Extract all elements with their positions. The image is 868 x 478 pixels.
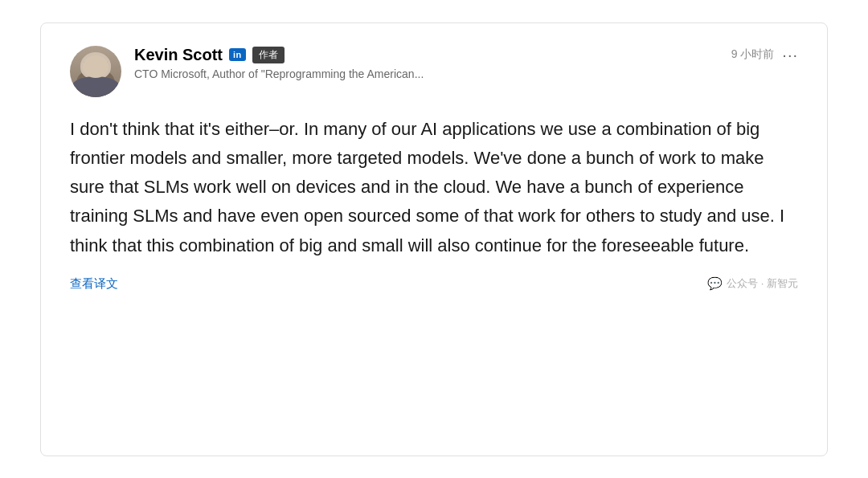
linkedin-badge: in <box>229 48 246 61</box>
header-right: 9 小时前 ··· <box>731 46 798 64</box>
wechat-icon: 💬 <box>707 276 723 291</box>
translate-link[interactable]: 查看译文 <box>70 276 118 292</box>
user-section: Kevin Scott in 作者 CTO Microsoft, Author … <box>70 46 424 97</box>
wechat-watermark: 💬 公众号 · 新智元 <box>707 276 798 291</box>
post-card: Kevin Scott in 作者 CTO Microsoft, Author … <box>40 22 828 456</box>
post-header: Kevin Scott in 作者 CTO Microsoft, Author … <box>70 46 798 97</box>
user-info: Kevin Scott in 作者 CTO Microsoft, Author … <box>134 46 424 80</box>
avatar[interactable] <box>70 46 121 97</box>
post-footer: 查看译文 💬 公众号 · 新智元 <box>70 276 798 292</box>
wechat-label: 公众号 · 新智元 <box>727 276 798 291</box>
user-name[interactable]: Kevin Scott <box>134 46 223 64</box>
name-row: Kevin Scott in 作者 <box>134 46 424 64</box>
author-badge: 作者 <box>252 47 285 63</box>
post-content: I don't think that it's either–or. In ma… <box>70 115 798 260</box>
user-title: CTO Microsoft, Author of "Reprogramming … <box>134 67 424 80</box>
time-ago: 9 小时前 <box>731 47 775 62</box>
more-button[interactable]: ··· <box>782 46 798 64</box>
